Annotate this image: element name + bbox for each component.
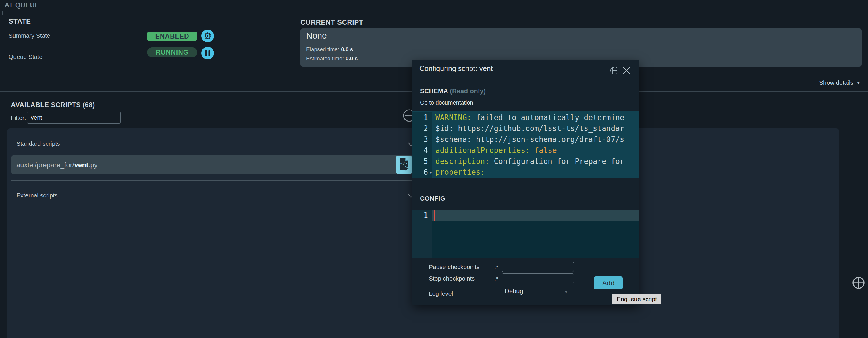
schema-code-line: 6▾properties: xyxy=(412,167,639,178)
text-cursor xyxy=(434,210,435,221)
elapsed-time-value: 0.0 s xyxy=(341,46,353,52)
pause-checkpoints-pattern: .* xyxy=(494,262,498,272)
add-button[interactable]: Add xyxy=(594,277,623,289)
standard-scripts-header[interactable]: Standard scripts xyxy=(17,140,60,147)
estimated-time-value: 0.0 s xyxy=(345,55,358,61)
gear-icon: ⚙ xyxy=(204,32,212,40)
pause-checkpoints-input[interactable] xyxy=(502,262,574,272)
summary-state-badge: ENABLED xyxy=(147,32,197,41)
filter-input[interactable] xyxy=(27,112,121,123)
page-title: AT QUEUE xyxy=(5,1,39,9)
config-line-number: 1 xyxy=(412,210,428,221)
script-path: auxtel/prepare_for/vent.py xyxy=(17,156,98,174)
schema-code-line: 1WARNING: failed to automatically determ… xyxy=(412,112,639,123)
stop-checkpoints-input[interactable] xyxy=(502,273,574,283)
log-level-select[interactable]: Debug xyxy=(505,287,523,295)
schema-code-line: 4additionalProperties: false xyxy=(412,145,639,156)
elapsed-time-row: Elapsed time:0.0 s xyxy=(306,46,353,53)
schema-editor: 1WARNING: failed to automatically determ… xyxy=(412,111,639,178)
external-scripts-header[interactable]: External scripts xyxy=(17,192,58,199)
script-list-item[interactable]: auxtel/prepare_for/vent.py </> xyxy=(11,156,413,174)
script-path-prefix: auxtel/prepare_for/ xyxy=(17,161,74,169)
filter-label: Filter: xyxy=(11,114,26,121)
config-editor[interactable]: 1 xyxy=(412,210,639,258)
documentation-link[interactable]: Go to documentation xyxy=(420,100,473,106)
crosshair-icon[interactable] xyxy=(852,276,865,289)
config-active-line xyxy=(432,210,639,221)
state-heading: STATE xyxy=(9,17,31,25)
group-divider xyxy=(11,180,413,181)
resize-panel-button[interactable] xyxy=(608,65,619,76)
estimated-time-row: Estimated time:0.0 s xyxy=(306,55,358,62)
script-path-suffix: .py xyxy=(89,161,98,169)
dropdown-caret-icon[interactable]: ▼ xyxy=(564,290,568,294)
queue-state-label: Queue State xyxy=(9,53,42,60)
pause-icon xyxy=(204,50,211,57)
schema-heading: SCHEMA (Read only) xyxy=(420,87,486,95)
chevron-down-icon: ▼ xyxy=(856,81,861,85)
show-details-toggle[interactable]: Show details ▼ xyxy=(819,79,861,86)
schema-code-line: 2$id: https://github.com/lsst-ts/ts_stan… xyxy=(412,123,639,134)
summary-state-settings-button[interactable]: ⚙ xyxy=(202,30,214,42)
queue-pause-button[interactable] xyxy=(202,47,214,59)
state-current-divider xyxy=(293,15,294,75)
available-scripts-heading: AVAILABLE SCRIPTS (68) xyxy=(11,101,95,109)
estimated-time-label: Estimated time: xyxy=(306,55,344,61)
header-rule xyxy=(2,11,868,11)
configure-script-button[interactable]: </> xyxy=(396,156,412,174)
schema-code-line: 5description: Configuration for Prepare … xyxy=(412,156,639,167)
configure-script-modal: Configuring script: vent SCHEMA (Read on… xyxy=(412,60,639,305)
config-heading: CONFIG xyxy=(420,195,445,202)
current-script-heading: CURRENT SCRIPT xyxy=(301,19,363,26)
at-queue-screen: AT QUEUE STATE Summary State ENABLED ⚙ Q… xyxy=(0,0,868,338)
header-rule-corner xyxy=(2,11,3,15)
elapsed-time-label: Elapsed time: xyxy=(306,46,339,52)
schema-readonly-text: (Read only) xyxy=(448,87,486,94)
queue-state-badge: RUNNING xyxy=(147,48,197,57)
pause-checkpoints-label: Pause checkpoints xyxy=(429,262,479,272)
stop-checkpoints-label: Stop checkpoints xyxy=(429,274,475,283)
current-script-name: None xyxy=(306,31,327,40)
script-path-match: vent xyxy=(74,161,88,169)
schema-code-line: 3$schema: http://json-schema.org/draft-0… xyxy=(412,134,639,145)
enqueue-script-tooltip: Enqueue script xyxy=(612,294,661,304)
show-details-label: Show details xyxy=(819,79,854,86)
close-icon[interactable] xyxy=(622,66,631,75)
log-level-label: Log level xyxy=(429,289,453,299)
code-file-icon: </> xyxy=(398,158,410,172)
schema-editor-body: 1WARNING: failed to automatically determ… xyxy=(412,112,639,178)
fold-caret-icon[interactable]: ▾ xyxy=(430,168,432,178)
modal-title: Configuring script: vent xyxy=(420,64,493,73)
stop-checkpoints-pattern: .* xyxy=(494,274,498,283)
schema-heading-text: SCHEMA xyxy=(420,87,448,94)
summary-state-label: Summary State xyxy=(9,32,50,39)
svg-text:</>: </> xyxy=(400,161,407,166)
